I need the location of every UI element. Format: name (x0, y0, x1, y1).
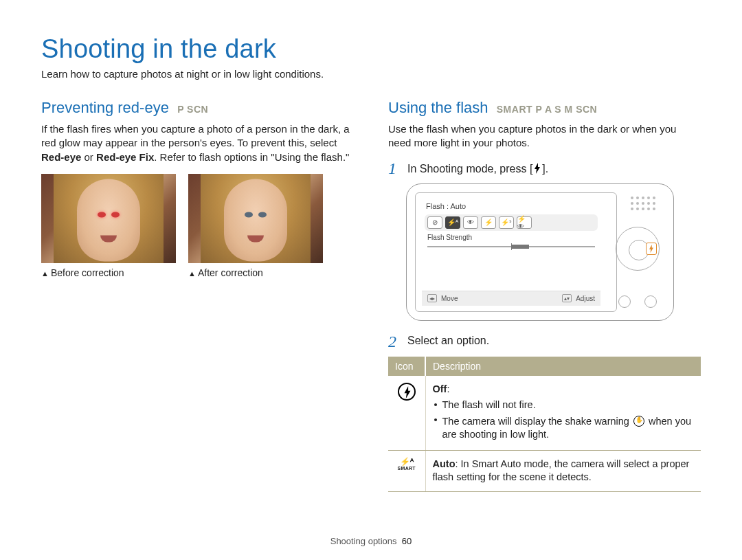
col-icon: Icon (388, 357, 425, 376)
flash-opt-slow-icon: ⚡ˢ (499, 216, 514, 229)
dpad-flash-button-highlight (646, 243, 657, 255)
left-column: Preventing red-eye P SCN If the flash fi… (41, 99, 354, 492)
caption-after: After correction (188, 267, 323, 278)
table-row: Off: The flash will not fire. The camera… (388, 376, 701, 451)
col-description: Description (425, 357, 701, 376)
lcd-flash-mode: Flash : Auto (422, 199, 600, 213)
camera-button-left (618, 295, 631, 308)
page-subtitle: Learn how to capture photos at night or … (41, 68, 701, 80)
flash-opt-redeye-icon: 👁 (463, 216, 478, 229)
caption-before: Before correction (41, 267, 176, 278)
page-footer: Shooting options 60 (0, 536, 742, 546)
lcd-strength-slider (427, 243, 595, 250)
speaker-grille (631, 197, 658, 210)
lcd-icon-bar: ⊘ ⚡ᴬ 👁 ⚡ ⚡ˢ ⚡👁 (425, 214, 598, 231)
flash-modes: SMART P A S M SCN (497, 104, 597, 115)
redeye-heading: Preventing red-eye P SCN (41, 99, 354, 117)
flash-opt-auto-icon: ⚡ᴬ (445, 216, 460, 229)
lcd-adjust-label: Adjust (576, 295, 595, 302)
flash-heading: Using the flash SMART P A S M SCN (388, 99, 701, 117)
redeye-body: If the flash fires when you capture a ph… (41, 122, 354, 164)
flash-options-table: Icon Description Off: The flash will not… (388, 357, 701, 492)
lcd-strength-label: Flash Strength (422, 234, 600, 241)
right-column: Using the flash SMART P A S M SCN Use th… (388, 99, 701, 492)
camera-button-right (644, 295, 657, 308)
redeye-modes: P SCN (177, 104, 208, 115)
step-1: 1 In Shooting mode, press []. (388, 160, 701, 177)
photo-before (41, 174, 176, 263)
camera-illustration: Flash : Auto ⊘ ⚡ᴬ 👁 ⚡ ⚡ˢ ⚡👁 Flash Streng… (406, 183, 674, 321)
nav-arrows-icon: ◂▸ (427, 294, 437, 302)
shake-warning-icon (633, 416, 644, 427)
nav-updown-icon: ▴▾ (562, 294, 572, 302)
flash-off-icon (398, 383, 416, 401)
flash-opt-off-icon: ⊘ (427, 216, 442, 229)
flash-icon (532, 163, 542, 174)
flash-opt-fill-icon: ⚡ (481, 216, 496, 229)
camera-lcd: Flash : Auto ⊘ ⚡ᴬ 👁 ⚡ ⚡ˢ ⚡👁 Flash Streng… (422, 199, 600, 306)
step-2: 2 Select an option. (388, 333, 701, 350)
bullet-shake: The camera will display the shake warnin… (433, 414, 695, 442)
flash-body: Use the flash when you capture photos in… (388, 122, 701, 150)
lcd-move-label: Move (441, 295, 458, 302)
page-title: Shooting in the dark (41, 34, 701, 64)
auto-smart-icon: ⚡ᴬSMART (395, 458, 418, 471)
camera-dpad (616, 227, 660, 271)
table-row: ⚡ᴬSMART Auto: In Smart Auto mode, the ca… (388, 450, 701, 491)
flash-opt-redeyefix-icon: ⚡👁 (517, 216, 532, 229)
photo-after (188, 174, 323, 263)
